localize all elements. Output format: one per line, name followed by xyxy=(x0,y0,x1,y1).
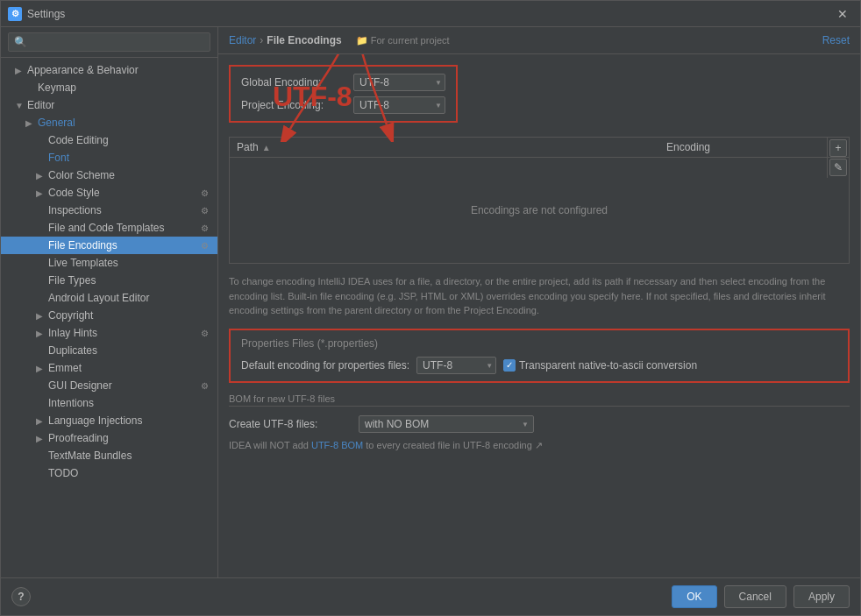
properties-encoding-select[interactable]: UTF-8 ISO-8859-1 xyxy=(416,357,496,374)
file-enc-icon: ⚙ xyxy=(198,239,210,251)
description-text: To change encoding IntelliJ IDEA uses fo… xyxy=(229,274,850,318)
empty-table-text: Encodings are not configured xyxy=(471,204,608,216)
global-encoding-label: Global Encoding: xyxy=(241,76,346,89)
main-content: ▶ Appearance & Behavior Keymap ▼ Editor … xyxy=(1,27,860,577)
close-button[interactable]: ✕ xyxy=(832,5,853,23)
code-style-icon: ⚙ xyxy=(198,187,210,199)
transparent-label: Transparent native-to-ascii conversion xyxy=(519,359,697,372)
expand-arrow-color-scheme: ▶ xyxy=(36,171,46,181)
sidebar-item-appearance[interactable]: ▶ Appearance & Behavior xyxy=(1,61,217,79)
breadcrumb-current: File Encodings xyxy=(267,34,341,46)
sidebar-item-code-style[interactable]: ▶ Code Style ⚙ xyxy=(1,184,217,202)
help-button[interactable]: ? xyxy=(11,587,31,606)
sidebar-item-proofreading[interactable]: ▶ Proofreading xyxy=(1,429,217,447)
sidebar-item-file-code-templates[interactable]: File and Code Templates ⚙ xyxy=(1,219,217,237)
search-input[interactable] xyxy=(8,32,210,52)
app-icon: ⚙ xyxy=(8,7,22,21)
encoding-top-box: Global Encoding: UTF-8 ISO-8859-1 window… xyxy=(229,65,458,123)
file-table: Path ▲ Encoding Encodings are not config… xyxy=(229,137,850,264)
encoding-header: Encoding xyxy=(666,141,842,153)
breadcrumb-project: 📁 For current project xyxy=(356,35,450,46)
path-header: Path ▲ xyxy=(237,141,666,153)
sidebar-item-language-injections[interactable]: ▶ Language Injections xyxy=(1,412,217,429)
expand-arrow-lang: ▶ xyxy=(36,416,46,426)
bom-section: BOM for new UTF-8 files Create UTF-8 fil… xyxy=(229,393,850,451)
edit-encoding-button[interactable]: ✎ xyxy=(829,159,847,176)
sidebar-item-emmet[interactable]: ▶ Emmet xyxy=(1,359,217,377)
sidebar-item-file-encodings[interactable]: File Encodings ⚙ xyxy=(1,237,217,254)
bom-select-wrapper: with NO BOM with BOM xyxy=(359,415,534,433)
search-box xyxy=(1,27,217,58)
inlay-hints-icon: ⚙ xyxy=(198,327,210,339)
sidebar-tree: ▶ Appearance & Behavior Keymap ▼ Editor … xyxy=(1,58,217,577)
bom-note-link[interactable]: UTF-8 BOM xyxy=(311,440,363,450)
panel-header: Editor › File Encodings 📁 For current pr… xyxy=(218,27,860,54)
table-toolbar: + ✎ xyxy=(827,138,849,178)
inspections-icon: ⚙ xyxy=(198,204,210,216)
sidebar: ▶ Appearance & Behavior Keymap ▼ Editor … xyxy=(1,27,218,577)
cancel-button[interactable]: Cancel xyxy=(724,585,786,608)
breadcrumb: Editor › File Encodings 📁 For current pr… xyxy=(229,34,450,46)
panel-body: Global Encoding: UTF-8 ISO-8859-1 window… xyxy=(218,54,860,577)
expand-arrow-appearance: ▶ xyxy=(15,66,25,75)
file-table-body: Encodings are not configured xyxy=(230,158,849,263)
bom-note: IDEA will NOT add UTF-8 BOM to every cre… xyxy=(229,440,850,451)
sidebar-item-gui-designer[interactable]: GUI Designer ⚙ xyxy=(1,377,217,394)
breadcrumb-separator: › xyxy=(260,34,263,46)
breadcrumb-editor[interactable]: Editor xyxy=(229,34,256,46)
project-encoding-label: Project Encoding: xyxy=(241,99,346,111)
reset-button[interactable]: Reset xyxy=(822,34,850,46)
sidebar-item-copyright[interactable]: ▶ Copyright xyxy=(1,307,217,324)
expand-arrow-editor: ▼ xyxy=(15,101,25,110)
bom-section-title: BOM for new UTF-8 files xyxy=(229,393,850,407)
expand-arrow-proof: ▶ xyxy=(36,434,46,443)
sidebar-item-inspections[interactable]: Inspections ⚙ xyxy=(1,202,217,219)
project-encoding-select[interactable]: UTF-8 ISO-8859-1 windows-1252 xyxy=(353,96,445,114)
sort-arrow: ▲ xyxy=(262,143,271,152)
properties-box: Properties Files (*.properties) Default … xyxy=(229,329,850,383)
sidebar-item-code-editing[interactable]: Code Editing xyxy=(1,131,217,149)
global-encoding-select[interactable]: UTF-8 ISO-8859-1 windows-1252 xyxy=(353,74,445,91)
bottom-bar: ? OK Cancel Apply xyxy=(1,577,860,615)
sidebar-item-general[interactable]: ▶ General xyxy=(1,114,217,131)
transparent-checkbox-label[interactable]: ✓ Transparent native-to-ascii conversion xyxy=(503,359,697,372)
add-encoding-button[interactable]: + xyxy=(829,139,847,157)
default-encoding-label: Default encoding for properties files: xyxy=(241,359,409,372)
bom-create-label: Create UTF-8 files: xyxy=(229,418,352,430)
title-bar-text: Settings xyxy=(27,8,832,20)
transparent-checkbox[interactable]: ✓ xyxy=(503,359,516,372)
settings-dialog: ⚙ Settings ✕ ▶ Appearance & Behavior Key… xyxy=(0,0,861,616)
sidebar-item-android-layout[interactable]: Android Layout Editor xyxy=(1,289,217,307)
sidebar-item-editor[interactable]: ▼ Editor xyxy=(1,96,217,114)
sidebar-item-color-scheme[interactable]: ▶ Color Scheme xyxy=(1,166,217,184)
expand-arrow-copyright: ▶ xyxy=(36,311,46,321)
sidebar-item-duplicates[interactable]: Duplicates xyxy=(1,342,217,359)
properties-row: Default encoding for properties files: U… xyxy=(241,357,837,374)
sidebar-item-intentions[interactable]: Intentions xyxy=(1,394,217,412)
bom-note-prefix: IDEA will NOT add xyxy=(229,440,311,450)
sidebar-item-file-types[interactable]: File Types xyxy=(1,272,217,289)
sidebar-item-textmate[interactable]: TextMate Bundles xyxy=(1,447,217,464)
apply-button[interactable]: Apply xyxy=(793,585,850,608)
sidebar-item-todo[interactable]: TODO xyxy=(1,464,217,482)
expand-arrow-emmet: ▶ xyxy=(36,364,46,373)
expand-arrow-inlay: ▶ xyxy=(36,329,46,338)
bom-row: Create UTF-8 files: with NO BOM with BOM xyxy=(229,412,850,436)
expand-arrow-general: ▶ xyxy=(25,118,36,128)
ok-button[interactable]: OK xyxy=(672,585,716,608)
project-encoding-row: Project Encoding: UTF-8 ISO-8859-1 windo… xyxy=(241,96,445,114)
sidebar-item-font[interactable]: Font xyxy=(1,149,217,166)
file-table-header: Path ▲ Encoding xyxy=(230,138,849,158)
bom-create-select[interactable]: with NO BOM with BOM xyxy=(359,415,534,433)
gui-designer-icon: ⚙ xyxy=(198,379,210,392)
properties-title: Properties Files (*.properties) xyxy=(241,337,837,350)
sidebar-item-keymap[interactable]: Keymap xyxy=(1,79,217,96)
expand-arrow-code-style: ▶ xyxy=(36,188,46,198)
content-area: Global Encoding: UTF-8 ISO-8859-1 window… xyxy=(229,65,850,264)
bom-note-suffix: to every created file in UTF-8 encoding … xyxy=(366,440,543,450)
project-encoding-select-wrapper: UTF-8 ISO-8859-1 windows-1252 xyxy=(353,96,445,114)
title-bar: ⚙ Settings ✕ xyxy=(1,1,860,27)
sidebar-item-live-templates[interactable]: Live Templates xyxy=(1,254,217,272)
sidebar-item-inlay-hints[interactable]: ▶ Inlay Hints ⚙ xyxy=(1,324,217,342)
folder-icon: 📁 xyxy=(356,35,368,46)
